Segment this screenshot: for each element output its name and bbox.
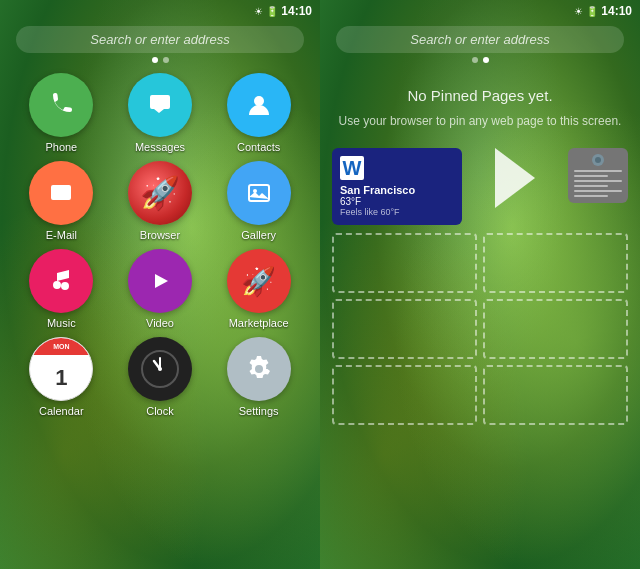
sun-icon: ☀ [254, 6, 263, 17]
music-icon [29, 249, 93, 313]
marketplace-emoji: 🚀 [241, 265, 276, 298]
app-messages[interactable]: Messages [115, 73, 206, 153]
widget-area: W San Francisco 63°F Feels like 60°F [332, 148, 628, 225]
calendar-month: MON [53, 343, 69, 350]
weather-city: San Francisco [340, 184, 454, 196]
clock-label: Clock [146, 405, 174, 417]
word-lines [574, 170, 622, 197]
video-icon [128, 249, 192, 313]
app-email[interactable]: E-Mail [16, 161, 107, 241]
calendar-day: 1 [55, 365, 67, 391]
line-3 [574, 180, 622, 182]
status-bar-right: ☀ 🔋 14:10 [320, 0, 640, 22]
app-gallery[interactable]: Gallery [213, 161, 304, 241]
svg-point-8 [158, 367, 162, 371]
battery-icon-right: 🔋 [586, 6, 598, 17]
pinnable-grid [332, 233, 628, 425]
line-1 [574, 170, 622, 172]
clock-icon [128, 337, 192, 401]
page-dots-right [320, 57, 640, 63]
battery-icon-left: 🔋 [266, 6, 278, 17]
contacts-icon [227, 73, 291, 137]
right-phone-screen: ☀ 🔋 14:10 Search or enter address No Pin… [320, 0, 640, 569]
line-6 [574, 195, 608, 197]
rocket-emoji: 🚀 [140, 174, 180, 212]
pin-slot-4[interactable] [483, 299, 628, 359]
left-phone-screen: ☀ 🔋 14:10 Search or enter address Phone [0, 0, 320, 569]
dot-2-right[interactable] [483, 57, 489, 63]
search-bar-right[interactable]: Search or enter address [336, 26, 624, 53]
svg-marker-4 [155, 274, 168, 288]
app-music[interactable]: Music [16, 249, 107, 329]
word-widget[interactable] [568, 148, 628, 203]
svg-marker-9 [495, 148, 535, 208]
phone-label: Phone [45, 141, 77, 153]
app-grid: Phone Messages Contacts [0, 67, 320, 423]
arrow-svg [495, 148, 535, 208]
sun-icon-right: ☀ [574, 6, 583, 17]
line-5 [574, 190, 622, 192]
email-label: E-Mail [46, 229, 77, 241]
pin-slot-2[interactable] [483, 233, 628, 293]
messages-icon [128, 73, 192, 137]
calendar-icon: MON 1 [29, 337, 93, 401]
app-marketplace[interactable]: 🚀 Marketplace [213, 249, 304, 329]
email-icon [29, 161, 93, 225]
pin-slot-3[interactable] [332, 299, 477, 359]
music-label: Music [47, 317, 76, 329]
status-icons-right: ☀ 🔋 14:10 [574, 4, 632, 18]
line-4 [574, 185, 608, 187]
no-pinned-desc: Use your browser to pin any web page to … [336, 112, 624, 130]
pin-slot-1[interactable] [332, 233, 477, 293]
browser-label: Browser [140, 229, 180, 241]
weather-w-logo: W [340, 156, 364, 180]
app-video[interactable]: Video [115, 249, 206, 329]
dot-2-left[interactable] [163, 57, 169, 63]
app-phone[interactable]: Phone [16, 73, 107, 153]
time-left: 14:10 [281, 4, 312, 18]
no-pinned-area: No Pinned Pages yet. Use your browser to… [320, 67, 640, 140]
gallery-label: Gallery [241, 229, 276, 241]
search-placeholder-left: Search or enter address [90, 32, 229, 47]
pin-slot-6[interactable] [483, 365, 628, 425]
settings-icon [227, 337, 291, 401]
app-contacts[interactable]: Contacts [213, 73, 304, 153]
status-bar-left: ☀ 🔋 14:10 [0, 0, 320, 22]
dot-1-right[interactable] [472, 57, 478, 63]
search-placeholder-right: Search or enter address [410, 32, 549, 47]
phone-icon [29, 73, 93, 137]
widget-arrow [470, 148, 560, 208]
gallery-icon [227, 161, 291, 225]
page-dots-left [0, 57, 320, 63]
dot-1-left[interactable] [152, 57, 158, 63]
app-clock[interactable]: Clock [115, 337, 206, 417]
marketplace-icon: 🚀 [227, 249, 291, 313]
widget-dot [592, 154, 604, 166]
weather-feels: Feels like 60°F [340, 207, 454, 217]
browser-icon: 🚀 [128, 161, 192, 225]
clock-face-svg [140, 349, 180, 389]
time-right: 14:10 [601, 4, 632, 18]
weather-widget[interactable]: W San Francisco 63°F Feels like 60°F [332, 148, 462, 225]
weather-temp: 63°F [340, 196, 454, 207]
line-2 [574, 175, 608, 177]
status-icons-left: ☀ 🔋 14:10 [254, 4, 312, 18]
svg-point-0 [254, 96, 264, 106]
calendar-label: Calendar [39, 405, 84, 417]
search-bar-left[interactable]: Search or enter address [16, 26, 304, 53]
app-settings[interactable]: Settings [213, 337, 304, 417]
no-pinned-title: No Pinned Pages yet. [336, 87, 624, 104]
app-browser[interactable]: 🚀 Browser [115, 161, 206, 241]
marketplace-label: Marketplace [229, 317, 289, 329]
app-calendar[interactable]: MON 1 Calendar [16, 337, 107, 417]
video-label: Video [146, 317, 174, 329]
settings-label: Settings [239, 405, 279, 417]
svg-point-3 [61, 282, 69, 290]
messages-label: Messages [135, 141, 185, 153]
contacts-label: Contacts [237, 141, 280, 153]
pin-slot-5[interactable] [332, 365, 477, 425]
